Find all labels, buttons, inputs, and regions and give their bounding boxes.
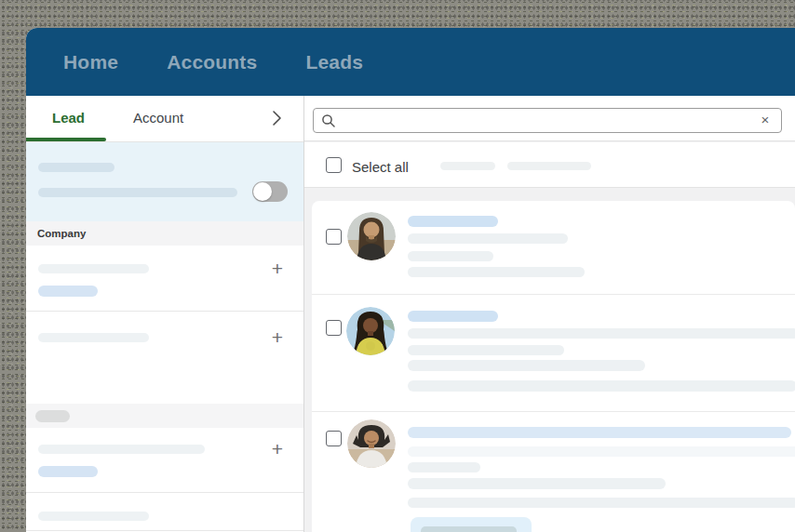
filter-sidebar: Lead Account Company + bbox=[26, 96, 303, 532]
skeleton-line bbox=[408, 478, 666, 489]
skeleton-name bbox=[408, 216, 498, 227]
skeleton-line bbox=[408, 233, 568, 244]
select-all-label: Select all bbox=[352, 159, 409, 175]
app-window: Home Accounts Leads Lead Account Company bbox=[26, 28, 795, 532]
skeleton-bar bbox=[38, 188, 237, 197]
search-input[interactable] bbox=[344, 110, 753, 131]
select-all-row: Select all bbox=[304, 142, 795, 188]
filter-section: + bbox=[26, 312, 303, 366]
filter-chip[interactable] bbox=[38, 286, 98, 297]
sidebar-tabbar: Lead Account bbox=[26, 96, 303, 142]
skeleton-line bbox=[408, 267, 585, 277]
results-card bbox=[312, 201, 795, 532]
list-item bbox=[312, 412, 795, 532]
sidebar-subheader bbox=[26, 404, 303, 428]
skeleton-bar bbox=[38, 163, 115, 172]
skeleton-line bbox=[408, 380, 795, 392]
skeleton-bar bbox=[38, 445, 205, 454]
avatar-man-long-hair[interactable] bbox=[347, 212, 396, 260]
nav-item-leads[interactable]: Leads bbox=[305, 51, 363, 73]
skeleton-line bbox=[408, 498, 795, 508]
filter-toggle-off[interactable] bbox=[252, 181, 288, 202]
search-icon bbox=[321, 113, 336, 128]
list-item bbox=[312, 295, 795, 412]
skeleton-line bbox=[408, 446, 795, 457]
search-row: × bbox=[304, 96, 795, 141]
skeleton-line bbox=[408, 360, 645, 371]
top-nav: Home Accounts Leads bbox=[26, 28, 795, 96]
avatar-man-dreadlocks[interactable] bbox=[346, 307, 395, 355]
row-checkbox[interactable] bbox=[326, 229, 342, 245]
nav-item-accounts[interactable]: Accounts bbox=[167, 51, 257, 73]
filter-section bbox=[26, 493, 303, 530]
skeleton-pill bbox=[507, 162, 591, 170]
skeleton-line bbox=[408, 251, 493, 261]
row-checkbox[interactable] bbox=[326, 431, 342, 446]
filter-section: + bbox=[26, 428, 303, 492]
skeleton-line bbox=[408, 345, 564, 355]
search-box: × bbox=[313, 108, 782, 133]
toggle-knob bbox=[253, 182, 272, 201]
skeleton-name bbox=[408, 427, 791, 438]
plus-icon[interactable]: + bbox=[265, 438, 290, 462]
avatar-woman-smiling[interactable] bbox=[347, 419, 396, 468]
action-button-skeleton[interactable] bbox=[411, 517, 532, 532]
filter-chip[interactable] bbox=[38, 466, 98, 477]
skeleton-bar bbox=[38, 264, 149, 273]
clear-search-icon[interactable]: × bbox=[757, 112, 774, 128]
saved-search-panel bbox=[26, 142, 303, 221]
tab-account[interactable]: Account bbox=[133, 110, 183, 126]
skeleton-bar bbox=[38, 333, 149, 342]
filter-section: + bbox=[26, 246, 303, 311]
row-checkbox[interactable] bbox=[326, 320, 342, 336]
company-label: Company bbox=[37, 228, 86, 239]
select-all-checkbox[interactable] bbox=[326, 157, 342, 173]
list-item bbox=[312, 201, 795, 295]
skeleton-line bbox=[408, 462, 480, 472]
skeleton-pill bbox=[440, 162, 495, 170]
active-tab-underline bbox=[26, 138, 106, 141]
skeleton-name bbox=[408, 311, 498, 322]
skeleton-pill bbox=[35, 410, 70, 422]
plus-icon[interactable]: + bbox=[265, 326, 290, 351]
skeleton-pill bbox=[421, 526, 517, 532]
skeleton-line bbox=[408, 328, 795, 339]
results-pane: × Select all bbox=[304, 96, 795, 532]
skeleton-bar bbox=[38, 512, 149, 521]
company-section-header: Company bbox=[26, 221, 303, 246]
nav-item-home[interactable]: Home bbox=[63, 51, 118, 73]
tab-lead[interactable]: Lead bbox=[52, 110, 85, 126]
plus-icon[interactable]: + bbox=[265, 258, 290, 282]
chevron-right-icon[interactable] bbox=[266, 108, 287, 128]
desktop-background: Home Accounts Leads Lead Account Company bbox=[0, 0, 795, 532]
